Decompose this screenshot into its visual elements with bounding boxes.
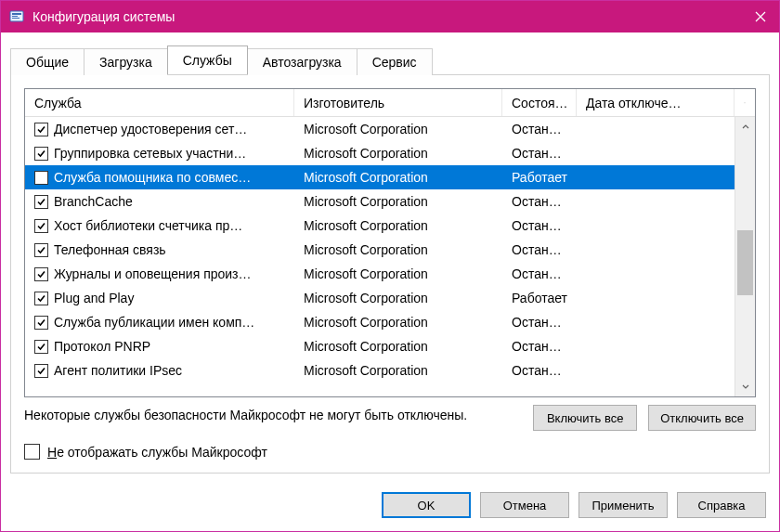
scroll-down-arrow-icon[interactable] bbox=[735, 376, 755, 396]
service-checkbox[interactable] bbox=[34, 267, 48, 281]
hide-ms-services-checkbox[interactable]: Не отображать службы Майкрософт bbox=[24, 444, 756, 460]
svg-rect-3 bbox=[12, 18, 20, 19]
scrollbar-track[interactable] bbox=[735, 137, 755, 376]
service-state: Остан… bbox=[502, 315, 577, 330]
service-vendor: Microsoft Corporation bbox=[294, 194, 502, 209]
msconfig-window: Конфигурация системы ОбщиеЗагрузкаСлужбы… bbox=[0, 0, 780, 532]
service-vendor: Microsoft Corporation bbox=[294, 218, 502, 233]
service-checkbox[interactable] bbox=[34, 292, 48, 305]
services-listview: Служба Изготовитель Состоя… Дата отключе… bbox=[24, 88, 756, 397]
service-vendor: Microsoft Corporation bbox=[294, 315, 502, 330]
tab-1[interactable]: Загрузка bbox=[84, 48, 168, 75]
col-header-service[interactable]: Служба bbox=[25, 89, 294, 116]
dialog-button-row: OK Отмена Применить Справка bbox=[1, 483, 779, 531]
service-vendor: Microsoft Corporation bbox=[294, 363, 502, 378]
service-state: Работает bbox=[502, 170, 577, 185]
service-checkbox[interactable] bbox=[34, 195, 48, 209]
service-vendor: Microsoft Corporation bbox=[294, 170, 502, 185]
service-checkbox[interactable] bbox=[34, 364, 48, 378]
service-name: BranchCache bbox=[54, 194, 133, 209]
svg-rect-1 bbox=[12, 13, 21, 15]
listview-header: Служба Изготовитель Состоя… Дата отключе… bbox=[25, 89, 755, 117]
scroll-up-arrow-icon[interactable] bbox=[735, 117, 755, 137]
service-name: Служба помощника по совмес… bbox=[54, 170, 251, 185]
service-row[interactable]: Группировка сетевых участни…Microsoft Co… bbox=[25, 141, 734, 165]
tab-3[interactable]: Автозагрузка bbox=[247, 48, 358, 75]
col-header-state[interactable]: Состоя… bbox=[502, 89, 577, 116]
service-vendor: Microsoft Corporation bbox=[294, 122, 502, 136]
help-button[interactable]: Справка bbox=[677, 492, 766, 518]
tab-4[interactable]: Сервис bbox=[357, 48, 433, 75]
service-checkbox[interactable] bbox=[34, 123, 48, 136]
service-state: Остан… bbox=[502, 146, 577, 161]
service-row[interactable]: Хост библиотеки счетчика пр…Microsoft Co… bbox=[25, 214, 734, 238]
service-checkbox[interactable] bbox=[34, 340, 48, 354]
service-name: Протокол PNRP bbox=[54, 339, 150, 354]
service-vendor: Microsoft Corporation bbox=[294, 291, 502, 305]
titlebar: Конфигурация системы bbox=[1, 1, 779, 32]
service-name: Служба публикации имен комп… bbox=[54, 315, 254, 330]
service-state: Работает bbox=[502, 291, 577, 305]
services-panel: Служба Изготовитель Состоя… Дата отключе… bbox=[10, 74, 770, 474]
col-header-scroll-spacer bbox=[734, 89, 755, 116]
service-vendor: Microsoft Corporation bbox=[294, 266, 502, 281]
apply-button[interactable]: Применить bbox=[578, 492, 668, 518]
vertical-scrollbar[interactable] bbox=[734, 117, 755, 396]
service-name: Plug and Play bbox=[54, 291, 134, 305]
service-vendor: Microsoft Corporation bbox=[294, 146, 502, 161]
svg-rect-2 bbox=[12, 16, 18, 17]
service-row[interactable]: Протокол PNRPMicrosoft CorporationОстан… bbox=[25, 334, 734, 358]
close-button[interactable] bbox=[742, 1, 779, 32]
window-title: Конфигурация системы bbox=[32, 9, 742, 24]
security-note: Некоторые службы безопасности Майкрософт… bbox=[24, 405, 522, 423]
service-checkbox[interactable] bbox=[34, 219, 48, 233]
service-checkbox[interactable] bbox=[34, 171, 48, 185]
enable-all-button[interactable]: Включить все bbox=[533, 405, 637, 431]
service-state: Остан… bbox=[502, 363, 577, 378]
disable-all-button[interactable]: Отключить все bbox=[648, 405, 756, 431]
service-name: Группировка сетевых участни… bbox=[54, 146, 246, 161]
tab-strip: ОбщиеЗагрузкаСлужбыАвтозагрузкаСервис bbox=[1, 32, 779, 74]
service-row[interactable]: Журналы и оповещения произ…Microsoft Cor… bbox=[25, 262, 734, 286]
ok-button[interactable]: OK bbox=[382, 492, 471, 518]
service-row[interactable]: BranchCacheMicrosoft CorporationОстан… bbox=[25, 189, 734, 214]
service-checkbox[interactable] bbox=[34, 147, 48, 161]
under-list-row: Некоторые службы безопасности Майкрософт… bbox=[24, 405, 756, 431]
service-state: Остан… bbox=[502, 242, 577, 257]
service-name: Журналы и оповещения произ… bbox=[54, 266, 252, 281]
service-state: Остан… bbox=[502, 122, 577, 136]
service-name: Телефонная связь bbox=[54, 242, 166, 257]
service-vendor: Microsoft Corporation bbox=[294, 339, 502, 354]
hide-ms-label: Не отображать службы Майкрософт bbox=[47, 445, 267, 460]
service-state: Остан… bbox=[502, 218, 577, 233]
service-vendor: Microsoft Corporation bbox=[294, 242, 502, 257]
service-state: Остан… bbox=[502, 194, 577, 209]
service-checkbox[interactable] bbox=[34, 316, 48, 330]
app-icon bbox=[8, 8, 25, 25]
listview-body: Диспетчер удостоверения сет…Microsoft Co… bbox=[25, 117, 755, 396]
service-checkbox[interactable] bbox=[34, 243, 48, 257]
service-row[interactable]: Диспетчер удостоверения сет…Microsoft Co… bbox=[25, 117, 734, 141]
service-name: Хост библиотеки счетчика пр… bbox=[54, 218, 242, 233]
service-row[interactable]: Агент политики IPsecMicrosoft Corporatio… bbox=[25, 358, 734, 383]
service-name: Диспетчер удостоверения сет… bbox=[54, 122, 247, 136]
tab-2[interactable]: Службы bbox=[167, 45, 248, 74]
service-row[interactable]: Служба помощника по совмес…Microsoft Cor… bbox=[25, 165, 734, 189]
service-name: Агент политики IPsec bbox=[54, 363, 182, 378]
service-row[interactable]: Телефонная связьMicrosoft CorporationОст… bbox=[25, 238, 734, 262]
service-row[interactable]: Plug and PlayMicrosoft CorporationРабота… bbox=[25, 286, 734, 310]
service-state: Остан… bbox=[502, 339, 577, 354]
col-header-vendor[interactable]: Изготовитель bbox=[294, 89, 502, 116]
service-state: Остан… bbox=[502, 266, 577, 281]
col-header-date[interactable]: Дата отключе… bbox=[577, 89, 734, 116]
cancel-button[interactable]: Отмена bbox=[480, 492, 569, 518]
checkbox-icon bbox=[24, 444, 40, 460]
scrollbar-thumb[interactable] bbox=[737, 230, 753, 295]
service-row[interactable]: Служба публикации имен комп…Microsoft Co… bbox=[25, 310, 734, 334]
tab-0[interactable]: Общие bbox=[10, 48, 84, 75]
